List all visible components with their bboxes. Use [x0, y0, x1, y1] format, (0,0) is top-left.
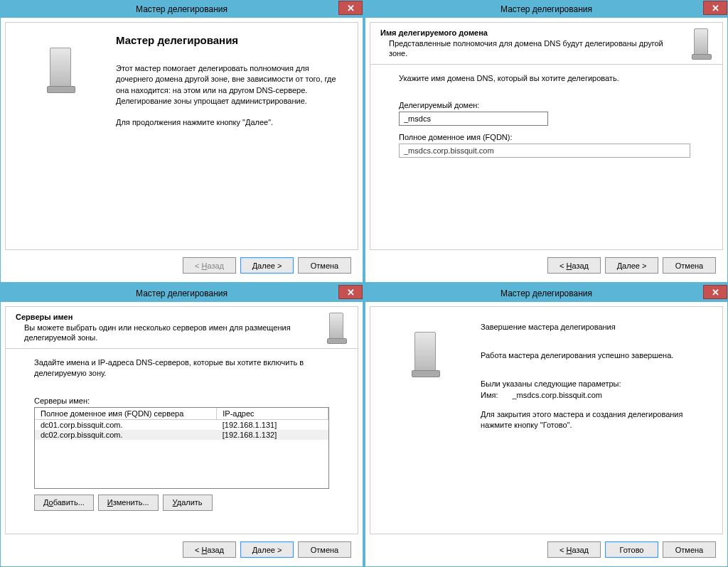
- fqdn-label: Полное доменное имя (FQDN):: [399, 133, 701, 141]
- dialog-body: Мастер делегирования Этот мастер помогае…: [5, 22, 358, 250]
- close-icon: ✕: [712, 3, 719, 14]
- back-button[interactable]: < Назад: [183, 541, 236, 558]
- server-icon: [44, 48, 78, 93]
- welcome-title: Мастер делегирования: [116, 34, 343, 46]
- button-row: < Назад Далее > Отмена: [365, 250, 727, 282]
- titlebar[interactable]: Мастер делегирования ✕: [1, 285, 363, 302]
- cell-fqdn: dc02.corp.bissquit.com.: [35, 430, 217, 440]
- close-icon: ✕: [712, 287, 719, 298]
- add-button[interactable]: Добавить...: [34, 495, 94, 511]
- header-title: Имя делегируемого домена: [380, 28, 682, 37]
- cancel-button[interactable]: Отмена: [298, 257, 351, 274]
- button-row: < Назад Далее > Отмена: [1, 250, 363, 282]
- cancel-button[interactable]: Отмена: [663, 541, 716, 558]
- wizard-dialog-domain: Мастер делегирования ✕ Имя делегируемого…: [365, 0, 728, 283]
- finish-text-2: Были указаны следующие параметры:: [481, 379, 708, 388]
- wizard-dialog-nameservers: Мастер делегирования ✕ Серверы имен Вы м…: [0, 284, 363, 567]
- wizard-content: Задайте имена и IP-адреса DNS-серверов, …: [6, 349, 358, 534]
- finish-button[interactable]: Готово: [605, 541, 658, 558]
- welcome-continue: Для продолжения нажмите кнопку "Далее".: [116, 117, 343, 128]
- edit-button[interactable]: Изменить...: [98, 495, 159, 511]
- wizard-content: Мастер делегирования Этот мастер помогае…: [116, 23, 358, 249]
- summary-key: Имя:: [481, 391, 498, 399]
- header-subtitle: Представленные полномочия для домена DNS…: [380, 37, 682, 59]
- finish-text-3: Для закрытия этого мастера и создания де…: [481, 409, 708, 431]
- window-title: Мастер делегирования: [500, 4, 592, 14]
- col-fqdn[interactable]: Полное доменное имя (FQDN) сервера: [35, 408, 217, 420]
- fqdn-readonly: _msdcs.corp.bissquit.com: [399, 144, 690, 158]
- summary-value: _msdcs.corp.bissquit.com: [512, 391, 602, 399]
- wizard-content: Укажите имя домена DNS, который вы хотит…: [370, 65, 722, 249]
- back-button: < Назад: [183, 257, 236, 274]
- cancel-button[interactable]: Отмена: [663, 257, 716, 274]
- close-icon: ✕: [347, 287, 355, 298]
- col-ip[interactable]: IP-адрес: [217, 408, 328, 420]
- delegated-domain-input[interactable]: [399, 112, 548, 126]
- nameservers-table[interactable]: Полное доменное имя (FQDN) сервера IP-ад…: [34, 407, 329, 489]
- titlebar[interactable]: Мастер делегирования ✕: [365, 1, 727, 18]
- finish-text-1: Работа мастера делегирования успешно зав…: [481, 351, 708, 360]
- titlebar[interactable]: Мастер делегирования ✕: [365, 285, 727, 302]
- delete-button[interactable]: Удалить: [163, 495, 213, 511]
- instruction-text: Задайте имена и IP-адреса DNS-серверов, …: [34, 357, 329, 379]
- close-button[interactable]: ✕: [338, 285, 363, 299]
- wizard-sidebar: [370, 307, 481, 534]
- wizard-dialog-finish: Мастер делегирования ✕ Завершение мастер…: [365, 284, 728, 567]
- server-icon: [690, 28, 712, 60]
- dialog-body: Имя делегируемого домена Представленные …: [370, 22, 723, 250]
- window-title: Мастер делегирования: [136, 288, 228, 298]
- instruction-text: Укажите имя домена DNS, который вы хотит…: [399, 73, 701, 84]
- wizard-header: Имя делегируемого домена Представленные …: [370, 23, 722, 64]
- server-icon: [409, 332, 443, 377]
- window-title: Мастер делегирования: [500, 288, 592, 298]
- table-label: Серверы имен:: [34, 396, 329, 405]
- dialog-body: Завершение мастера делегирования Работа …: [370, 306, 723, 534]
- delegated-domain-label: Делегируемый домен:: [399, 101, 701, 109]
- server-icon: [325, 313, 348, 344]
- wizard-header: Серверы имен Вы можете выбрать один или …: [6, 307, 358, 348]
- next-button[interactable]: Далее >: [605, 257, 658, 274]
- back-button[interactable]: < Назад: [547, 541, 601, 558]
- dialog-body: Серверы имен Вы можете выбрать один или …: [5, 306, 358, 534]
- close-button[interactable]: ✕: [703, 1, 727, 15]
- wizard-sidebar: [6, 23, 116, 249]
- header-title: Серверы имен: [16, 313, 318, 321]
- wizard-dialog-welcome: Мастер делегирования ✕ Мастер делегирова…: [0, 0, 363, 283]
- titlebar[interactable]: Мастер делегирования ✕: [1, 1, 363, 18]
- table-row[interactable]: dc01.corp.bissquit.com. [192.168.1.131]: [35, 419, 328, 430]
- cell-ip: [192.168.1.132]: [217, 430, 328, 440]
- wizard-content: Завершение мастера делегирования Работа …: [481, 307, 722, 534]
- button-row: < Назад Готово Отмена: [365, 534, 727, 566]
- table-header-row: Полное доменное имя (FQDN) сервера IP-ад…: [35, 408, 328, 420]
- window-title: Мастер делегирования: [136, 4, 228, 14]
- cell-fqdn: dc01.corp.bissquit.com.: [35, 419, 217, 430]
- close-button[interactable]: ✕: [703, 285, 727, 299]
- summary-row: Имя: _msdcs.corp.bissquit.com: [481, 391, 708, 399]
- table-button-row: Добавить... Изменить... Удалить: [34, 495, 329, 511]
- finish-title: Завершение мастера делегирования: [481, 323, 708, 331]
- cell-ip: [192.168.1.131]: [217, 419, 328, 430]
- cancel-button[interactable]: Отмена: [298, 541, 351, 558]
- header-subtitle: Вы можете выбрать один или несколько сер…: [16, 321, 318, 343]
- next-button[interactable]: Далее >: [240, 541, 294, 558]
- close-icon: ✕: [347, 3, 355, 14]
- next-button[interactable]: Далее >: [240, 257, 294, 274]
- back-button[interactable]: < Назад: [547, 257, 601, 274]
- welcome-desc: Этот мастер помогает делегировать полном…: [116, 63, 343, 107]
- button-row: < Назад Далее > Отмена: [1, 534, 363, 566]
- table-row[interactable]: dc02.corp.bissquit.com. [192.168.1.132]: [35, 430, 328, 440]
- close-button[interactable]: ✕: [338, 1, 363, 15]
